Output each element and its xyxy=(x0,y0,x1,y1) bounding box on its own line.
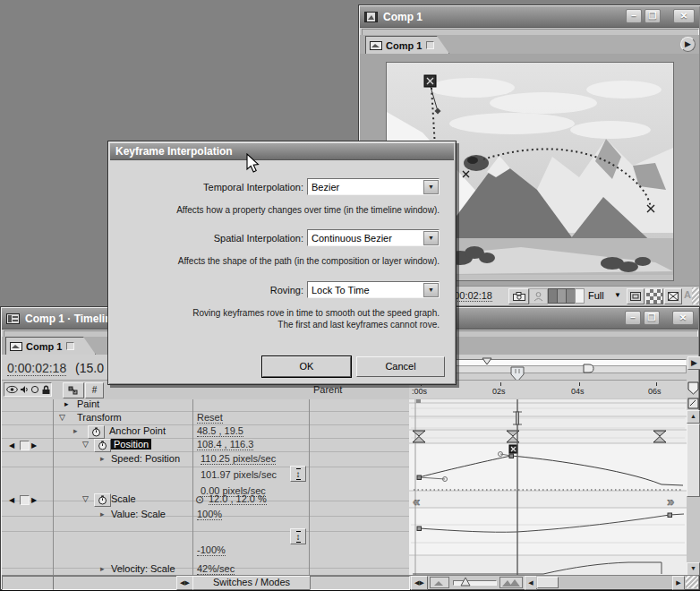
scale-keyframe-right[interactable]: » xyxy=(667,493,674,509)
twirl-paint[interactable]: ▸ xyxy=(64,399,69,408)
row-value-scale-label[interactable]: Value: Scale xyxy=(111,509,166,519)
row-position-label-selected[interactable]: Position xyxy=(111,439,151,450)
animated-layer-object[interactable] xyxy=(464,155,489,171)
stopwatch-icon[interactable] xyxy=(94,493,111,507)
twirl-position[interactable]: ▽ xyxy=(82,440,89,449)
hscroll-right-button[interactable]: ▶ xyxy=(672,576,685,590)
panel-menu-button[interactable]: ▶ xyxy=(687,356,700,370)
close-button[interactable]: ✕ xyxy=(672,311,694,325)
timeline-graph[interactable]: « » xyxy=(409,399,687,575)
keyframe-checkbox[interactable] xyxy=(20,441,30,450)
hscroll-left-button[interactable]: ◀ xyxy=(525,576,537,590)
resize-grip[interactable] xyxy=(692,287,699,304)
path-keyframe-box[interactable] xyxy=(424,75,436,87)
alpha-channel-icon[interactable] xyxy=(575,288,585,304)
scale-keyframe-left[interactable]: « xyxy=(413,493,420,509)
maximize-button[interactable]: ❐ xyxy=(645,9,661,23)
scrollbar-thumb[interactable] xyxy=(687,424,700,497)
zoom-in-icon[interactable] xyxy=(499,577,523,588)
value-scale-value[interactable]: 100% xyxy=(197,509,222,520)
vertical-scrollbar[interactable]: ▲ ▼ xyxy=(687,410,700,575)
horizontal-scrollbar[interactable] xyxy=(536,576,672,588)
show-snapshot-icon[interactable] xyxy=(529,288,548,304)
layer-number-header[interactable]: # xyxy=(85,382,104,398)
row-transform-label[interactable]: Transform xyxy=(77,412,122,423)
prev-keyframe-button[interactable]: ◀ xyxy=(9,496,14,504)
twirl-velocity[interactable]: ▸ xyxy=(100,564,105,573)
tab-marker-box[interactable] xyxy=(426,41,434,49)
close-button[interactable]: ✕ xyxy=(673,9,695,23)
dialog-titlebar[interactable]: Keyframe Interpolation xyxy=(110,143,454,160)
stopwatch-icon[interactable] xyxy=(88,425,105,439)
navigator-start-marker[interactable] xyxy=(481,357,493,366)
stopwatch-icon[interactable] xyxy=(94,439,111,452)
position-value[interactable]: 108.4 , 116.3 xyxy=(197,439,253,450)
twirl-scale[interactable]: ▽ xyxy=(82,494,89,503)
graph-height-button[interactable]: ↕ xyxy=(290,466,306,482)
hscrollbar-thumb[interactable] xyxy=(537,577,559,588)
transparency-grid-icon[interactable] xyxy=(645,288,663,304)
row-anchor-label[interactable]: Anchor Point xyxy=(109,425,166,436)
resize-grip[interactable] xyxy=(686,576,698,588)
work-area-end-handle[interactable] xyxy=(583,364,594,373)
tab-marker-box[interactable] xyxy=(66,342,74,350)
row-speed-label[interactable]: Speed: Position xyxy=(111,453,180,464)
expand-columns-button[interactable]: ◀▶ xyxy=(176,576,193,590)
next-keyframe-button[interactable]: ▶ xyxy=(31,496,37,504)
dropdown-arrow-icon[interactable]: ▼ xyxy=(423,180,439,194)
comp-tab[interactable]: Comp 1 xyxy=(365,36,449,54)
pixel-aspect-icon[interactable]: A xyxy=(684,289,691,300)
cancel-button[interactable]: Cancel xyxy=(356,356,445,377)
timeline-tab-comp1[interactable]: Comp 1 xyxy=(5,337,96,355)
scale-value[interactable]: 12.0 , 12.0 % xyxy=(209,493,267,505)
comp-titlebar[interactable]: Comp 1 – ❐ ✕ xyxy=(360,6,699,28)
zoom-slider-thumb[interactable] xyxy=(460,577,471,587)
eye-icon[interactable] xyxy=(6,385,18,394)
keyframe-checkbox[interactable] xyxy=(20,495,30,505)
panel-menu-button[interactable]: ▶ xyxy=(680,37,696,52)
minimize-button[interactable]: – xyxy=(626,9,642,23)
velocity-value[interactable]: 42%/sec xyxy=(197,563,235,575)
row-velocity-label[interactable]: Velocity: Scale xyxy=(111,563,175,574)
scroll-up-button[interactable]: ▲ xyxy=(687,410,700,424)
anchor-value[interactable]: 48.5 , 19.5 xyxy=(197,425,243,437)
spatial-interpolation-select[interactable]: Continuous Bezier ▼ xyxy=(307,229,440,246)
scroll-down-button[interactable]: ▼ xyxy=(687,562,700,576)
expand-graph-button[interactable]: ◀▶ xyxy=(411,576,428,590)
transform-reset[interactable]: Reset xyxy=(197,412,223,424)
value-graph-min[interactable]: -100% xyxy=(197,544,226,556)
audio-icon[interactable] xyxy=(20,385,30,394)
twirl-value-scale[interactable]: ▸ xyxy=(100,510,105,518)
prev-keyframe-button[interactable]: ◀ xyxy=(9,441,14,450)
roving-select[interactable]: Lock To Time ▼ xyxy=(307,281,440,298)
comp-marker-icon[interactable] xyxy=(687,398,700,410)
lock-icon[interactable] xyxy=(41,385,51,395)
switches-modes-button[interactable]: Switches / Modes xyxy=(192,576,311,590)
layer-switches-icon[interactable] xyxy=(63,382,84,398)
resolution-dropdown-arrow[interactable]: ▼ xyxy=(614,291,621,299)
next-keyframe-button[interactable]: ▶ xyxy=(31,441,37,450)
temporal-interpolation-select[interactable]: Bezier ▼ xyxy=(307,178,440,195)
wireframe-icon[interactable] xyxy=(664,288,682,304)
twirl-transform[interactable]: ▽ xyxy=(59,413,65,422)
comp-marker-bin-icon[interactable] xyxy=(687,381,700,396)
ok-button[interactable]: OK xyxy=(262,356,351,377)
timecode-hot-text[interactable]: 0:00:02:18 xyxy=(7,361,66,376)
selected-keyframe-box[interactable] xyxy=(509,445,517,453)
maximize-button[interactable]: ❐ xyxy=(644,311,660,325)
minimize-button[interactable]: – xyxy=(625,311,641,325)
speed-value[interactable]: 110.25 pixels/sec xyxy=(201,453,276,465)
graph-height-button[interactable]: ↕ xyxy=(290,528,306,544)
row-paint-label[interactable]: Paint xyxy=(77,399,99,409)
dropdown-arrow-icon[interactable]: ▼ xyxy=(423,231,439,245)
row-scale-label[interactable]: Scale xyxy=(111,493,136,504)
resolution-select[interactable]: Full xyxy=(588,290,604,301)
timeline-current-time[interactable]: 0:00:02:18 (15.0 xyxy=(7,361,104,375)
twirl-speed[interactable]: ▸ xyxy=(100,454,105,463)
region-of-interest-icon[interactable] xyxy=(627,288,645,304)
dropdown-arrow-icon[interactable]: ▼ xyxy=(423,283,439,297)
twirl-anchor[interactable]: ▸ xyxy=(73,426,78,435)
zoom-out-icon[interactable] xyxy=(430,577,449,588)
snapshot-camera-icon[interactable] xyxy=(508,288,529,304)
solo-icon[interactable] xyxy=(30,385,39,394)
